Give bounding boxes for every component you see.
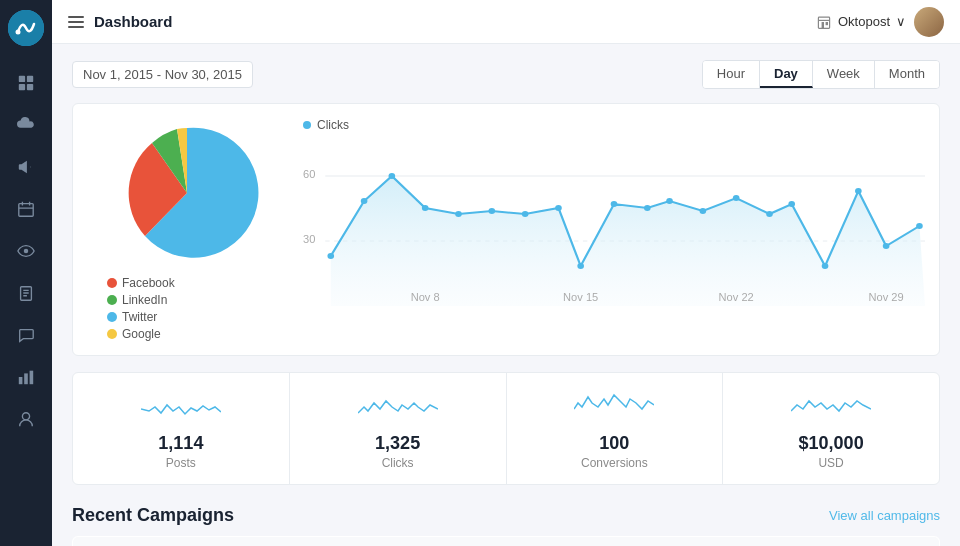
svg-rect-11 <box>30 371 34 385</box>
main-area: Dashboard Oktopost ∨ Nov 1, 2015 - Nov 3… <box>52 0 960 546</box>
stat-posts: 1,114 Posts <box>73 373 290 484</box>
svg-point-38 <box>883 243 890 249</box>
svg-point-1 <box>16 30 21 35</box>
cloud-icon[interactable] <box>8 107 44 143</box>
svg-point-24 <box>455 211 462 217</box>
svg-point-36 <box>822 263 829 269</box>
col-created: Created <box>742 537 853 547</box>
svg-text:30: 30 <box>303 234 315 245</box>
svg-text:Nov 8: Nov 8 <box>411 292 440 303</box>
col-status: Status <box>852 537 939 547</box>
svg-point-12 <box>22 413 29 420</box>
svg-rect-3 <box>27 76 33 82</box>
chart-label-dot <box>303 121 311 129</box>
col-posts: Posts <box>274 537 405 547</box>
sidebar-logo[interactable] <box>8 10 44 46</box>
svg-rect-5 <box>27 84 33 90</box>
svg-point-23 <box>422 205 429 211</box>
twitter-dot <box>107 312 117 322</box>
megaphone-icon[interactable] <box>8 149 44 185</box>
legend-google: Google <box>107 327 175 341</box>
svg-text:Nov 15: Nov 15 <box>563 292 598 303</box>
svg-point-26 <box>522 211 529 217</box>
legend-linkedin: LinkedIn <box>107 293 175 307</box>
time-btn-week[interactable]: Week <box>813 61 875 88</box>
clicks-label: Clicks <box>306 456 490 470</box>
topbar: Dashboard Oktopost ∨ <box>52 0 960 44</box>
google-dot <box>107 329 117 339</box>
time-btn-month[interactable]: Month <box>875 61 939 88</box>
col-campaign: Campaign <box>73 537 275 547</box>
view-all-campaigns-link[interactable]: View all campaigns <box>829 508 940 523</box>
time-btn-hour[interactable]: Hour <box>703 61 760 88</box>
line-chart-container: Clicks 60 30 <box>303 118 925 341</box>
col-conversions: Conversions <box>636 537 741 547</box>
svg-text:Nov 29: Nov 29 <box>869 292 904 303</box>
svg-point-35 <box>788 201 795 207</box>
svg-point-32 <box>700 208 707 214</box>
svg-point-28 <box>577 263 584 269</box>
campaigns-section: Recent Campaigns View all campaigns Camp… <box>72 505 940 546</box>
svg-point-33 <box>733 195 740 201</box>
conversions-sparkline <box>523 387 707 427</box>
account-chevron: ∨ <box>896 14 906 29</box>
building-icon <box>816 14 832 30</box>
svg-rect-6 <box>19 204 33 217</box>
legend-twitter: Twitter <box>107 310 175 324</box>
campaigns-header: Recent Campaigns View all campaigns <box>72 505 940 526</box>
sidebar <box>0 0 52 546</box>
clicks-value: 1,325 <box>306 433 490 454</box>
eye-icon[interactable] <box>8 233 44 269</box>
top-controls: Nov 1, 2015 - Nov 30, 2015 Hour Day Week… <box>72 60 940 89</box>
usd-value: $10,000 <box>739 433 923 454</box>
svg-rect-9 <box>19 377 23 384</box>
account-selector[interactable]: Oktopost ∨ <box>816 14 906 30</box>
chart-label-text: Clicks <box>317 118 349 132</box>
svg-point-22 <box>389 173 396 179</box>
facebook-dot <box>107 278 117 288</box>
svg-rect-14 <box>822 22 824 28</box>
chat-icon[interactable] <box>8 317 44 353</box>
menu-icon[interactable] <box>68 16 84 28</box>
col-clicks: Clicks <box>405 537 470 547</box>
svg-text:60: 60 <box>303 169 315 180</box>
usd-label: USD <box>739 456 923 470</box>
google-label: Google <box>122 327 161 341</box>
svg-point-27 <box>555 205 562 211</box>
svg-point-37 <box>855 188 862 194</box>
time-buttons: Hour Day Week Month <box>702 60 940 89</box>
facebook-label: Facebook <box>122 276 175 290</box>
svg-text:Nov 22: Nov 22 <box>719 292 754 303</box>
posts-sparkline <box>89 387 273 427</box>
avatar[interactable] <box>914 7 944 37</box>
clipboard-icon[interactable] <box>8 275 44 311</box>
svg-rect-2 <box>19 76 25 82</box>
chart-label: Clicks <box>303 118 925 132</box>
svg-point-25 <box>488 208 495 214</box>
posts-value: 1,114 <box>89 433 273 454</box>
svg-point-29 <box>611 201 618 207</box>
dashboard-icon[interactable] <box>8 65 44 101</box>
calendar-icon[interactable] <box>8 191 44 227</box>
campaigns-title: Recent Campaigns <box>72 505 234 526</box>
svg-point-30 <box>644 205 651 211</box>
svg-point-21 <box>361 198 368 204</box>
page-title: Dashboard <box>94 13 172 30</box>
svg-point-31 <box>666 198 673 204</box>
posts-label: Posts <box>89 456 273 470</box>
stat-usd: $10,000 USD <box>723 373 939 484</box>
svg-point-7 <box>24 249 29 254</box>
stat-conversions: 100 Conversions <box>507 373 724 484</box>
usd-sparkline <box>739 387 923 427</box>
pie-chart-container: Facebook LinkedIn Twitter Google <box>87 118 287 341</box>
legend-facebook: Facebook <box>107 276 175 290</box>
svg-rect-15 <box>826 22 828 25</box>
stat-clicks: 1,325 Clicks <box>290 373 507 484</box>
stats-row: 1,114 Posts 1,325 Clicks <box>72 372 940 485</box>
analytics-section: Facebook LinkedIn Twitter Google <box>72 103 940 356</box>
date-range[interactable]: Nov 1, 2015 - Nov 30, 2015 <box>72 61 253 88</box>
bar-chart-icon[interactable] <box>8 359 44 395</box>
time-btn-day[interactable]: Day <box>760 61 813 88</box>
pie-legend: Facebook LinkedIn Twitter Google <box>87 276 175 341</box>
user-icon[interactable] <box>8 401 44 437</box>
